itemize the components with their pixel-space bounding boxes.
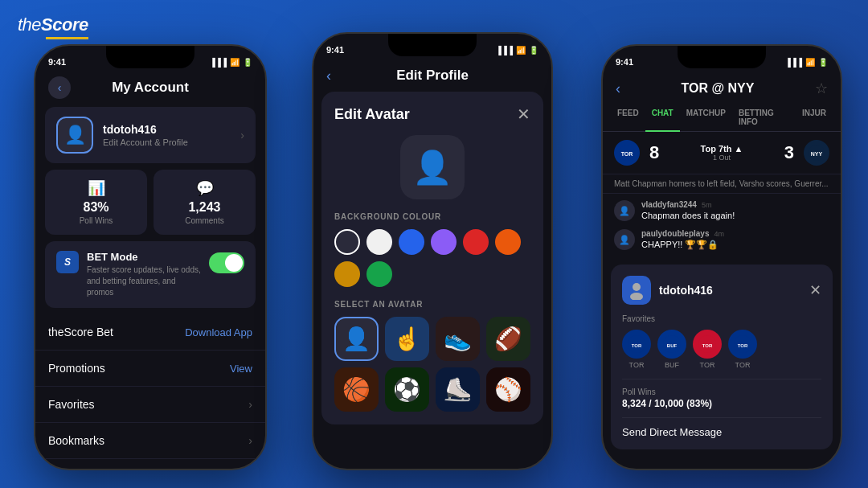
chevron-right-icon: › <box>248 434 252 447</box>
chat-time-2: 4m <box>714 230 724 238</box>
chevron-right-icon: › <box>240 129 244 141</box>
profile-row[interactable]: 👤 tdotoh416 Edit Account & Profile › <box>45 107 256 163</box>
color-swatch-orange[interactable] <box>495 229 521 255</box>
status-icons: ▐▐▐ 📶 🔋 <box>210 58 252 67</box>
popup-username: tdotoh416 <box>659 284 713 297</box>
logo-underline <box>46 37 88 39</box>
chat-area: 👤 vladdyfan3244 5m Chapman does it again… <box>603 194 841 265</box>
color-swatch-dark[interactable] <box>334 229 360 255</box>
back-button[interactable]: ‹ <box>616 80 620 97</box>
popup-favorites: TOR TOR BUF BUF TOR TOR TOR TOR <box>622 330 821 369</box>
color-swatch-blue[interactable] <box>399 229 424 255</box>
avatar-option-person[interactable]: 👤 <box>334 317 379 361</box>
avatar-option-skate[interactable]: ⛸️ <box>436 367 480 412</box>
popup-header: tdotoh416 ✕ <box>622 276 821 305</box>
avatar-option-basketball[interactable]: 🏀 <box>334 367 379 412</box>
bet-mode-desc: Faster score updates, live odds, and bet… <box>87 265 201 298</box>
wifi-icon: 📶 <box>516 46 526 55</box>
bet-mode-icon: S <box>56 251 79 273</box>
page-title: Edit Profile <box>396 68 469 84</box>
chat-message-1: 👤 vladdyfan3244 5m Chapman does it again… <box>614 200 829 221</box>
tab-matchup[interactable]: MATCHUP <box>680 104 732 131</box>
avatar-option-soccer[interactable]: ⚽ <box>385 367 429 412</box>
favorites-label: Favorites <box>622 314 821 323</box>
popup-close-button[interactable]: ✕ <box>809 281 821 299</box>
fav-tor-1: TOR TOR <box>622 330 651 369</box>
poll-wins-label: Poll Wins <box>622 388 821 396</box>
menu-action-download[interactable]: Download App <box>185 326 252 338</box>
game-out: 1 Out <box>700 154 744 162</box>
svg-text:TOR: TOR <box>621 151 633 157</box>
fav-logo-tor-1: TOR <box>622 330 651 359</box>
chat-avatar-2: 👤 <box>614 229 635 250</box>
page-title: My Account <box>112 80 189 96</box>
back-button[interactable]: ‹ <box>48 76 71 99</box>
star-icon[interactable]: ☆ <box>815 80 828 97</box>
game-header: ‹ TOR @ NYY ☆ <box>603 75 841 104</box>
tab-feed[interactable]: FEED <box>611 104 645 131</box>
comments-value: 1,243 <box>163 200 246 215</box>
phone-notch <box>106 46 194 68</box>
avatar-option-shoe[interactable]: 👟 <box>436 317 480 361</box>
popup-poll: Poll Wins 8,324 / 10,000 (83%) <box>622 379 821 409</box>
toggle-knob <box>225 254 243 272</box>
menu-item-bookmarks[interactable]: Bookmarks › <box>35 423 265 459</box>
fav-tor-2: TOR TOR <box>693 330 722 369</box>
svg-point-5 <box>630 293 643 300</box>
avatar-option-finger[interactable]: ☝️ <box>385 317 429 361</box>
nyy-logo: NYY <box>804 140 829 166</box>
edit-avatar-sheet: Edit Avatar ✕ 👤 BACKGROUND COLOUR SELECT… <box>321 92 543 424</box>
svg-text:BUF: BUF <box>667 343 678 348</box>
avatar-option-baseball[interactable]: ⚾ <box>486 367 530 412</box>
game-status: Top 7th ▲ 1 Out <box>700 144 744 162</box>
comments-icon: 💬 <box>163 179 246 197</box>
color-swatch-yellow[interactable] <box>334 261 360 287</box>
menu-action-view[interactable]: View <box>230 363 252 375</box>
menu-label-favorites: Favorites <box>48 398 95 411</box>
username: tdotoh416 <box>103 123 231 136</box>
color-swatch-red[interactable] <box>463 229 489 255</box>
color-swatch-green[interactable] <box>366 261 392 287</box>
profile-popup: tdotoh416 ✕ Favorites TOR TOR BUF BUF TO… <box>611 265 833 449</box>
menu-item-promotions[interactable]: Promotions View <box>35 351 265 387</box>
sheet-header: Edit Avatar ✕ <box>334 105 530 124</box>
menu-item-thescorebet[interactable]: theScore Bet Download App <box>35 314 265 351</box>
close-button[interactable]: ✕ <box>517 105 530 124</box>
tab-chat[interactable]: CHAT <box>645 104 680 131</box>
chat-meta-1: vladdyfan3244 5m <box>641 200 829 209</box>
chat-text-2: CHAPPY!! 🏆🏆🔒 <box>641 240 829 250</box>
color-swatch-purple[interactable] <box>431 229 457 255</box>
phone-myaccount: 9:41 ▐▐▐ 📶 🔋 ‹ My Account 👤 tdotoh416 Ed… <box>34 44 267 470</box>
profile-info: tdotoh416 Edit Account & Profile <box>103 123 231 147</box>
tab-injury[interactable]: INJUR <box>796 104 833 131</box>
avatar-option-helmet[interactable]: 🏈 <box>486 317 530 361</box>
poll-wins-card: 📊 83% Poll Wins <box>45 170 147 235</box>
menu-item-favorites[interactable]: Favorites › <box>35 387 265 423</box>
menu-label-thescorebet: theScore Bet <box>48 326 113 338</box>
send-dm-button[interactable]: Send Direct Message <box>622 417 821 438</box>
signal-icon: ▐▐▐ <box>210 58 227 67</box>
avatar-grid: 👤 ☝️ 👟 🏈 🏀 ⚽ ⛸️ ⚾ <box>334 317 530 412</box>
fav-tor-3: TOR TOR <box>728 330 757 369</box>
chat-content-1: vladdyfan3244 5m Chapman does it again! <box>641 200 829 221</box>
chat-username-2: paulydoubleplays <box>641 229 709 238</box>
svg-text:TOR: TOR <box>702 343 713 348</box>
battery-icon: 🔋 <box>529 46 538 55</box>
back-button[interactable]: ‹ <box>326 68 331 84</box>
fav-label-tor-3: TOR <box>728 361 757 369</box>
sheet-title: Edit Avatar <box>334 106 410 123</box>
bet-mode-info: BET Mode Faster score updates, live odds… <box>87 251 201 298</box>
bet-mode-toggle[interactable] <box>209 252 244 273</box>
chat-meta-2: paulydoubleplays 4m <box>641 229 829 238</box>
bg-colour-label: BACKGROUND COLOUR <box>334 212 530 221</box>
chat-time-1: 5m <box>702 201 712 209</box>
chat-text-1: Chapman does it again! <box>641 211 829 220</box>
tab-betting[interactable]: BETTING INFO <box>732 104 796 131</box>
phone-editprofile: 9:41 ▐▐▐ 📶 🔋 ‹ Edit Profile Edit Avatar … <box>312 32 553 470</box>
comments-label: Comments <box>163 216 246 225</box>
color-swatch-white[interactable] <box>366 229 392 255</box>
wifi-icon: 📶 <box>230 58 240 67</box>
svg-point-4 <box>633 283 641 291</box>
wifi-icon: 📶 <box>805 58 815 67</box>
poll-wins-value: 83% <box>55 200 137 215</box>
